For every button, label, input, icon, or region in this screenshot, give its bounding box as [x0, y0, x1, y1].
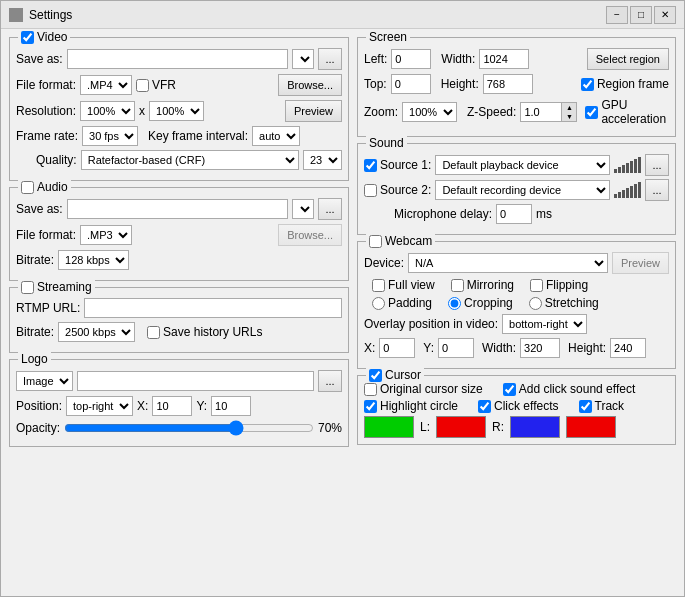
webcam-height-input[interactable] [610, 338, 646, 358]
audio-browse-button[interactable]: Browse... [278, 224, 342, 246]
extra-color-button[interactable] [566, 416, 616, 438]
audio-label-check[interactable]: Audio [21, 180, 68, 194]
source2-select[interactable]: Default recording device [435, 180, 610, 200]
flipping-label[interactable]: Flipping [530, 278, 588, 292]
save-history-label[interactable]: Save history URLs [147, 325, 262, 339]
webcam-device-select[interactable]: N/A [408, 253, 608, 273]
track-label[interactable]: Track [579, 399, 625, 413]
full-view-checkbox[interactable] [372, 279, 385, 292]
click-effects-checkbox[interactable] [478, 400, 491, 413]
original-cursor-label[interactable]: Original cursor size [364, 382, 483, 396]
screen-height-input[interactable] [483, 74, 533, 94]
save-history-checkbox[interactable] [147, 326, 160, 339]
vfr-checkbox[interactable] [136, 79, 149, 92]
source1-ellipsis[interactable]: ... [645, 154, 669, 176]
close-button[interactable]: ✕ [654, 6, 676, 24]
stretching-radio[interactable] [529, 297, 542, 310]
video-browse-button[interactable]: Browse... [278, 74, 342, 96]
audio-bitrate-select[interactable]: 128 kbps [58, 250, 129, 270]
screen-zoom-select[interactable]: 100% [402, 102, 457, 122]
video-keyframe-select[interactable]: auto [252, 126, 300, 146]
source1-checkbox[interactable] [364, 159, 377, 172]
screen-zspeed-input[interactable] [520, 102, 562, 122]
audio-save-as-ellipsis[interactable]: ... [318, 198, 342, 220]
gpu-acceleration-label[interactable]: GPU acceleration [585, 98, 669, 126]
overlay-position-select[interactable]: bottom-right [502, 314, 587, 334]
webcam-width-input[interactable] [520, 338, 560, 358]
mirroring-checkbox[interactable] [451, 279, 464, 292]
logo-ellipsis[interactable]: ... [318, 370, 342, 392]
audio-save-as-input[interactable] [67, 199, 288, 219]
webcam-checkbox[interactable] [369, 235, 382, 248]
click-effects-label[interactable]: Click effects [478, 399, 558, 413]
highlight-color-button[interactable] [364, 416, 414, 438]
video-preview-button[interactable]: Preview [285, 100, 342, 122]
streaming-checkbox[interactable] [21, 281, 34, 294]
logo-x-input[interactable] [152, 396, 192, 416]
audio-save-as-dropdown[interactable]: ▼ [292, 199, 314, 219]
gpu-acceleration-checkbox[interactable] [585, 106, 598, 119]
vfr-label[interactable]: VFR [136, 78, 176, 92]
audio-file-format-select[interactable]: .MP3 [80, 225, 132, 245]
source2-checkbox[interactable] [364, 184, 377, 197]
highlight-circle-checkbox[interactable] [364, 400, 377, 413]
source1-select[interactable]: Default playback device [435, 155, 610, 175]
video-quality-select[interactable]: Ratefactor-based (CRF) [81, 150, 299, 170]
highlight-circle-label[interactable]: Highlight circle [364, 399, 458, 413]
region-frame-label[interactable]: Region frame [581, 77, 669, 91]
video-res-x-select[interactable]: 100% [80, 101, 135, 121]
screen-zspeed-spinner: ▲ ▼ [520, 102, 577, 122]
logo-position-select[interactable]: top-right [66, 396, 133, 416]
track-checkbox[interactable] [579, 400, 592, 413]
video-save-as-input[interactable]: Rec <num>.mp4 [67, 49, 288, 69]
region-frame-checkbox[interactable] [581, 78, 594, 91]
video-framerate-select[interactable]: 30 fps [82, 126, 138, 146]
cursor-checkbox[interactable] [369, 369, 382, 382]
video-file-format-select[interactable]: .MP4 [80, 75, 132, 95]
maximize-button[interactable]: □ [630, 6, 652, 24]
streaming-label-check[interactable]: Streaming [21, 280, 92, 294]
screen-width-input[interactable] [479, 49, 529, 69]
webcam-x-input[interactable] [379, 338, 415, 358]
add-click-sound-label[interactable]: Add click sound effect [503, 382, 636, 396]
video-label-check[interactable]: Video [21, 30, 67, 44]
add-click-sound-checkbox[interactable] [503, 383, 516, 396]
video-quality-num-select[interactable]: 23 [303, 150, 342, 170]
video-res-x2-select[interactable]: 100% [149, 101, 204, 121]
r-color-button[interactable] [510, 416, 560, 438]
mirroring-label[interactable]: Mirroring [451, 278, 514, 292]
screen-left-input[interactable] [391, 49, 431, 69]
mic-delay-input[interactable] [496, 204, 532, 224]
l-color-button[interactable] [436, 416, 486, 438]
cursor-label-check[interactable]: Cursor [369, 368, 421, 382]
padding-radio-label[interactable]: Padding [372, 296, 432, 310]
spinner-up[interactable]: ▲ [562, 103, 576, 112]
audio-checkbox[interactable] [21, 181, 34, 194]
streaming-rtmp-input[interactable] [84, 298, 342, 318]
webcam-y-input[interactable] [438, 338, 474, 358]
streaming-bitrate-select[interactable]: 2500 kbps [58, 322, 135, 342]
padding-radio[interactable] [372, 297, 385, 310]
webcam-label-check[interactable]: Webcam [369, 234, 432, 248]
flipping-checkbox[interactable] [530, 279, 543, 292]
source2-check-label[interactable]: Source 2: [364, 183, 431, 197]
spinner-down[interactable]: ▼ [562, 112, 576, 121]
source1-check-label[interactable]: Source 1: [364, 158, 431, 172]
video-checkbox[interactable] [21, 31, 34, 44]
cropping-radio[interactable] [448, 297, 461, 310]
stretching-radio-label[interactable]: Stretching [529, 296, 599, 310]
screen-top-input[interactable] [391, 74, 431, 94]
logo-type-select[interactable]: Image [16, 371, 73, 391]
webcam-preview-button[interactable]: Preview [612, 252, 669, 274]
video-save-as-dropdown[interactable]: ▼ [292, 49, 314, 69]
video-save-as-ellipsis[interactable]: ... [318, 48, 342, 70]
minimize-button[interactable]: − [606, 6, 628, 24]
logo-y-input[interactable] [211, 396, 251, 416]
logo-opacity-slider[interactable] [64, 420, 314, 436]
original-cursor-checkbox[interactable] [364, 383, 377, 396]
source2-ellipsis[interactable]: ... [645, 179, 669, 201]
cropping-radio-label[interactable]: Cropping [448, 296, 513, 310]
select-region-button[interactable]: Select region [587, 48, 669, 70]
logo-path-input[interactable] [77, 371, 314, 391]
full-view-label[interactable]: Full view [372, 278, 435, 292]
